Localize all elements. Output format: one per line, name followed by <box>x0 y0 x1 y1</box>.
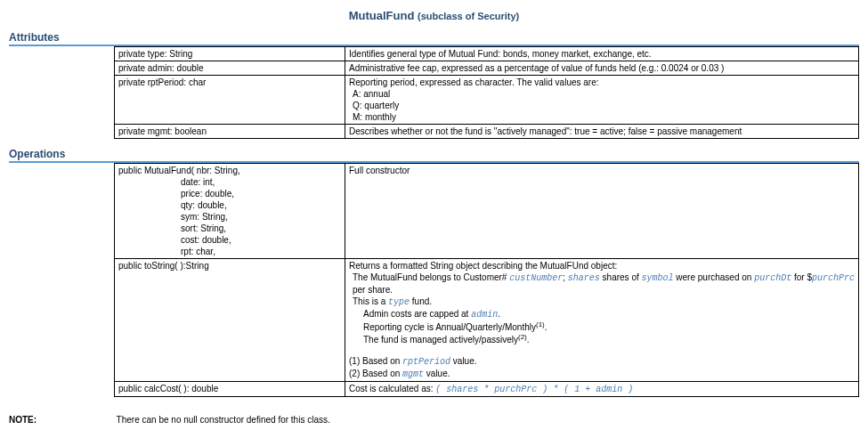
operations-table: public MutualFund( nbr: String, date: in… <box>114 163 859 397</box>
table-row: private mgmt: boolean Describes whether … <box>115 125 859 139</box>
op-sig: public MutualFund( nbr: String, date: in… <box>115 164 345 259</box>
op-sig: public calcCost( ): double <box>115 381 345 396</box>
table-row: private admin: double Administrative fee… <box>115 61 859 76</box>
op-desc: Returns a formatted String object descri… <box>345 259 859 382</box>
op-desc: Cost is calculated as: ( shares * purchP… <box>345 381 859 396</box>
attr-desc: Describes whether or not the fund is "ac… <box>345 125 859 139</box>
op-desc: Full constructor <box>345 164 859 259</box>
attributes-header: Attributes <box>9 31 859 46</box>
class-title: MutualFund (subclass of Security) <box>9 9 859 22</box>
note-row: NOTE: There can be no null constructor d… <box>9 415 859 425</box>
attr-desc: Reporting period, expressed as character… <box>345 76 859 125</box>
op-sig: public toString( ):String <box>115 259 345 382</box>
attr-sig: private admin: double <box>115 61 345 76</box>
attr-sig: private mgmt: boolean <box>115 125 345 139</box>
title-main: MutualFund <box>349 9 415 22</box>
title-sub: (subclass of Security) <box>418 11 519 21</box>
attributes-table: private type: String Identifies general … <box>114 46 859 139</box>
note-text: There can be no null constructor defined… <box>117 415 330 425</box>
table-row: public MutualFund( nbr: String, date: in… <box>115 164 859 259</box>
attr-sig: private rptPeriod: char <box>115 76 345 125</box>
table-row: private rptPeriod: char Reporting period… <box>115 76 859 125</box>
table-row: private type: String Identifies general … <box>115 47 859 61</box>
attr-desc: Identifies general type of Mutual Fund: … <box>345 47 859 61</box>
operations-header: Operations <box>9 148 859 163</box>
table-row: public toString( ):String Returns a form… <box>115 259 859 382</box>
attr-sig: private type: String <box>115 47 345 61</box>
attr-desc: Administrative fee cap, expressed as a p… <box>345 61 859 76</box>
note-label: NOTE: <box>9 415 114 425</box>
table-row: public calcCost( ): double Cost is calcu… <box>115 381 859 396</box>
